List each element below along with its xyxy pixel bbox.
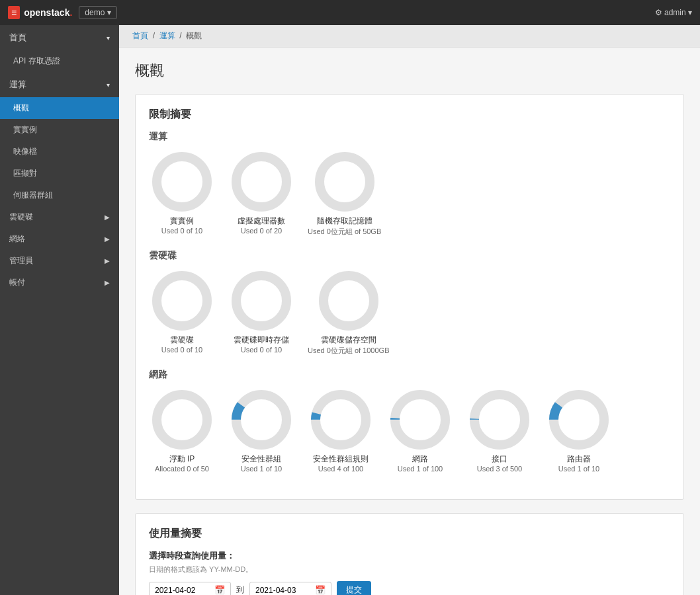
donut-chart [152,271,212,331]
sidebar-network[interactable]: 網絡 ▶ [0,228,119,250]
sidebar-api-access[interactable]: API 存取憑證 [0,50,119,72]
chart-used-label: Used 0 of 10 [161,346,202,354]
donut-chart [311,390,371,450]
donut-chart [232,271,291,331]
chart-used-label: Used 0 of 10 [161,227,202,235]
date-to-wrap: 📅 [249,582,331,595]
compute-charts-row: 實實例Used 0 of 10虛擬處理器數Used 0 of 20隨機存取記憶體… [149,152,670,237]
billing-chevron-icon: ▶ [105,279,110,286]
sidebar-block-storage[interactable]: 雲硬碟 ▶ [0,206,119,228]
sidebar-compute[interactable]: 運算 ▾ [0,72,119,97]
donut-chart [152,390,212,450]
compute-chevron-icon: ▾ [107,81,110,89]
chart-label: 網路 [412,454,428,465]
chart-item: 雲硬碟即時存儲Used 0 of 10 [228,271,294,356]
chart-label: 安全性群組規則 [313,454,369,465]
admin-chevron-icon: ▶ [105,257,110,264]
block-storage-sub-title: 雲硬碟 [149,250,670,262]
donut-chart [315,152,374,212]
date-query-hint: 日期的格式應該為 YY-MM-DD。 [149,565,670,575]
chart-item: 路由器Used 1 of 10 [546,390,612,473]
topbar-left: ≡ openstack. demo ▾ [8,6,117,19]
chart-used-label: Used 1 of 10 [241,465,282,473]
chart-item: 雲硬碟Used 0 of 10 [149,271,215,356]
svg-point-3 [157,276,207,326]
chart-used-label: Used 1 of 100 [398,465,443,473]
chart-used-label: Used 0 of 20 [241,227,282,235]
admin-label: ⚙ admin ▾ [655,8,692,17]
donut-chart [470,390,529,450]
date-from-input[interactable] [155,586,214,595]
chart-label: 虛擬處理器數 [238,216,285,227]
network-label: 網絡 [9,233,25,245]
svg-point-4 [236,276,286,326]
chart-label: 隨機存取記憶體 [317,216,372,227]
sidebar-item-overview[interactable]: 概觀 [0,97,119,119]
svg-point-15 [554,395,604,445]
chart-item: 雲硬碟儲存空間Used 0位元組 of 1000GB [308,271,390,356]
sidebar-admin[interactable]: 管理員 ▶ [0,250,119,272]
sidebar-item-instances[interactable]: 實實例 [0,119,119,141]
chart-label: 雲硬碟 [170,335,194,346]
block-storage-charts-group: 雲硬碟 雲硬碟Used 0 of 10雲硬碟即時存儲Used 0 of 10雲硬… [149,250,670,356]
sidebar-item-keypairs[interactable]: 區撷對 [0,163,119,184]
chart-item: 安全性群組Used 1 of 10 [228,390,294,473]
svg-point-7 [236,395,286,445]
donut-chart [232,152,291,212]
svg-point-5 [324,276,374,326]
date-to-input[interactable] [255,586,315,595]
admin-menu[interactable]: ⚙ admin ▾ [655,8,692,17]
demo-menu-button[interactable]: demo ▾ [79,6,116,19]
svg-point-1 [236,157,286,207]
chart-used-label: Used 0位元組 of 1000GB [308,346,390,356]
chart-item: 浮動 IPAllocated 0 of 50 [149,390,215,473]
sidebar: 首頁 ▾ API 存取憑證 運算 ▾ 概觀 實實例 映像檔 區撷對 伺服器群組 … [0,25,119,595]
date-query-title: 選擇時段查詢使用量： [149,550,670,562]
calendar-from-icon[interactable]: 📅 [214,585,225,595]
donut-chart [232,390,291,450]
sidebar-billing[interactable]: 帳付 ▶ [0,272,119,294]
date-query: 選擇時段查詢使用量： 日期的格式應該為 YY-MM-DD。 📅 到 📅 提交 [149,550,670,595]
chart-item: 實實例Used 0 of 10 [149,152,215,237]
compute-sub-title: 運算 [149,131,670,143]
calendar-to-icon[interactable]: 📅 [315,585,326,595]
svg-point-6 [157,395,207,445]
limit-summary: 限制摘要 運算 實實例Used 0 of 10虛擬處理器數Used 0 of 2… [135,94,684,500]
chart-label: 雲硬碟儲存空間 [321,335,376,346]
chart-label: 雲硬碟即時存儲 [234,335,289,346]
date-inputs: 📅 到 📅 提交 [149,581,670,595]
chart-used-label: Allocated 0 of 50 [155,465,209,473]
chart-item: 網路Used 1 of 100 [387,390,453,473]
logo: ≡ openstack. [8,6,72,19]
network-charts-row: 浮動 IPAllocated 0 of 50安全性群組Used 1 of 10安… [149,390,670,473]
chart-label: 實實例 [170,216,194,227]
network-chevron-icon: ▶ [105,235,110,243]
to-label: 到 [236,584,244,595]
block-storage-charts-row: 雲硬碟Used 0 of 10雲硬碟即時存儲Used 0 of 10雲硬碟儲存空… [149,271,670,356]
content-area: 首頁 / 運算 / 概觀 概觀 限制摘要 運算 實實例Used 0 of 10虛… [119,25,700,595]
submit-button[interactable]: 提交 [337,581,371,595]
billing-label: 帳付 [9,277,25,288]
chart-used-label: Used 3 of 500 [477,465,523,473]
chart-item: 隨機存取記憶體Used 0位元組 of 50GB [308,152,381,237]
sidebar-item-images[interactable]: 映像檔 [0,141,119,163]
donut-chart [152,152,212,212]
admin-sidebar-label: 管理員 [9,255,33,266]
block-storage-label: 雲硬碟 [9,212,33,223]
breadcrumb: 首頁 / 運算 / 概觀 [119,25,700,48]
home-chevron-icon: ▾ [107,34,110,42]
sidebar-home[interactable]: 首頁 ▾ [0,25,119,50]
donut-chart [390,390,450,450]
sidebar-compute-label: 運算 [9,79,26,91]
compute-charts-group: 運算 實實例Used 0 of 10虛擬處理器數Used 0 of 20隨機存取… [149,131,670,237]
chart-item: 虛擬處理器數Used 0 of 20 [228,152,294,237]
breadcrumb-compute[interactable]: 運算 [159,31,175,40]
sidebar-item-server-groups[interactable]: 伺服器群組 [0,184,119,206]
page-content: 概觀 限制摘要 運算 實實例Used 0 of 10虛擬處理器數Used 0 o… [119,48,700,595]
topbar: ≡ openstack. demo ▾ ⚙ admin ▾ [0,0,700,25]
chart-used-label: Used 1 of 10 [558,465,599,473]
breadcrumb-home[interactable]: 首頁 [132,31,148,40]
logo-text: openstack. [24,7,72,18]
svg-point-13 [474,395,525,445]
limit-summary-title: 限制摘要 [149,108,670,122]
